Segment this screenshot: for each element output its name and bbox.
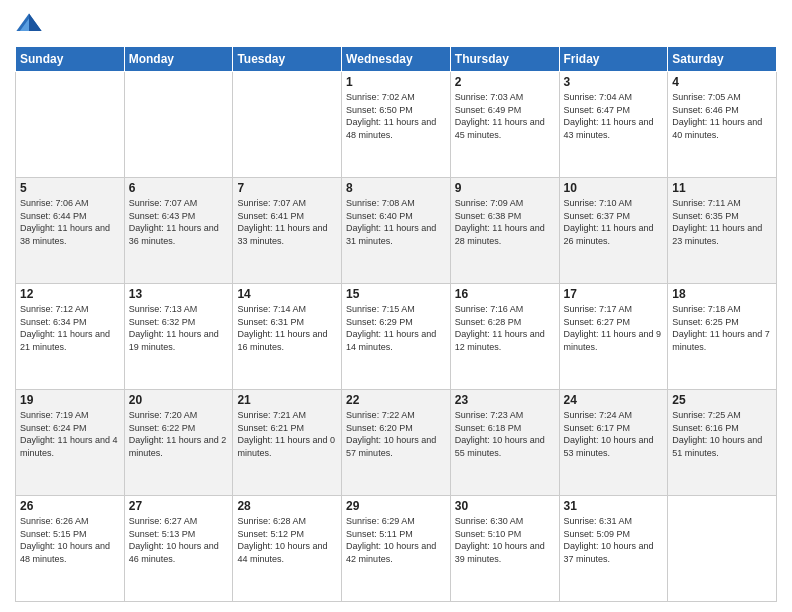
day-info: Sunrise: 6:31 AM Sunset: 5:09 PM Dayligh… — [564, 515, 664, 565]
day-number: 18 — [672, 287, 772, 301]
calendar-day-cell: 14Sunrise: 7:14 AM Sunset: 6:31 PM Dayli… — [233, 284, 342, 390]
day-number: 30 — [455, 499, 555, 513]
day-number: 23 — [455, 393, 555, 407]
day-info: Sunrise: 7:07 AM Sunset: 6:43 PM Dayligh… — [129, 197, 229, 247]
day-info: Sunrise: 7:09 AM Sunset: 6:38 PM Dayligh… — [455, 197, 555, 247]
day-number: 9 — [455, 181, 555, 195]
calendar-day-cell: 3Sunrise: 7:04 AM Sunset: 6:47 PM Daylig… — [559, 72, 668, 178]
day-info: Sunrise: 7:15 AM Sunset: 6:29 PM Dayligh… — [346, 303, 446, 353]
day-number: 31 — [564, 499, 664, 513]
day-info: Sunrise: 7:03 AM Sunset: 6:49 PM Dayligh… — [455, 91, 555, 141]
calendar-table: SundayMondayTuesdayWednesdayThursdayFrid… — [15, 46, 777, 602]
day-info: Sunrise: 7:18 AM Sunset: 6:25 PM Dayligh… — [672, 303, 772, 353]
day-number: 5 — [20, 181, 120, 195]
calendar-day-cell — [668, 496, 777, 602]
day-info: Sunrise: 7:22 AM Sunset: 6:20 PM Dayligh… — [346, 409, 446, 459]
day-number: 12 — [20, 287, 120, 301]
calendar-day-cell: 11Sunrise: 7:11 AM Sunset: 6:35 PM Dayli… — [668, 178, 777, 284]
day-info: Sunrise: 7:07 AM Sunset: 6:41 PM Dayligh… — [237, 197, 337, 247]
calendar-day-cell: 15Sunrise: 7:15 AM Sunset: 6:29 PM Dayli… — [342, 284, 451, 390]
calendar-week-row: 5Sunrise: 7:06 AM Sunset: 6:44 PM Daylig… — [16, 178, 777, 284]
day-info: Sunrise: 7:14 AM Sunset: 6:31 PM Dayligh… — [237, 303, 337, 353]
day-number: 8 — [346, 181, 446, 195]
day-number: 10 — [564, 181, 664, 195]
day-number: 17 — [564, 287, 664, 301]
logo-icon — [15, 10, 43, 38]
page: SundayMondayTuesdayWednesdayThursdayFrid… — [0, 0, 792, 612]
calendar-day-cell: 19Sunrise: 7:19 AM Sunset: 6:24 PM Dayli… — [16, 390, 125, 496]
calendar-week-row: 19Sunrise: 7:19 AM Sunset: 6:24 PM Dayli… — [16, 390, 777, 496]
day-number: 15 — [346, 287, 446, 301]
day-info: Sunrise: 7:19 AM Sunset: 6:24 PM Dayligh… — [20, 409, 120, 459]
day-info: Sunrise: 7:05 AM Sunset: 6:46 PM Dayligh… — [672, 91, 772, 141]
day-info: Sunrise: 7:08 AM Sunset: 6:40 PM Dayligh… — [346, 197, 446, 247]
day-info: Sunrise: 7:20 AM Sunset: 6:22 PM Dayligh… — [129, 409, 229, 459]
calendar-day-cell: 1Sunrise: 7:02 AM Sunset: 6:50 PM Daylig… — [342, 72, 451, 178]
calendar-day-cell: 12Sunrise: 7:12 AM Sunset: 6:34 PM Dayli… — [16, 284, 125, 390]
weekday-header: Tuesday — [233, 47, 342, 72]
day-number: 6 — [129, 181, 229, 195]
day-info: Sunrise: 7:21 AM Sunset: 6:21 PM Dayligh… — [237, 409, 337, 459]
calendar-day-cell: 6Sunrise: 7:07 AM Sunset: 6:43 PM Daylig… — [124, 178, 233, 284]
day-info: Sunrise: 7:24 AM Sunset: 6:17 PM Dayligh… — [564, 409, 664, 459]
day-number: 13 — [129, 287, 229, 301]
calendar-day-cell: 23Sunrise: 7:23 AM Sunset: 6:18 PM Dayli… — [450, 390, 559, 496]
calendar-day-cell: 13Sunrise: 7:13 AM Sunset: 6:32 PM Dayli… — [124, 284, 233, 390]
weekday-header: Wednesday — [342, 47, 451, 72]
day-info: Sunrise: 6:30 AM Sunset: 5:10 PM Dayligh… — [455, 515, 555, 565]
calendar-day-cell: 28Sunrise: 6:28 AM Sunset: 5:12 PM Dayli… — [233, 496, 342, 602]
day-number: 2 — [455, 75, 555, 89]
day-number: 28 — [237, 499, 337, 513]
header — [15, 10, 777, 38]
calendar-day-cell: 29Sunrise: 6:29 AM Sunset: 5:11 PM Dayli… — [342, 496, 451, 602]
day-number: 20 — [129, 393, 229, 407]
calendar-day-cell: 24Sunrise: 7:24 AM Sunset: 6:17 PM Dayli… — [559, 390, 668, 496]
day-info: Sunrise: 7:10 AM Sunset: 6:37 PM Dayligh… — [564, 197, 664, 247]
calendar-day-cell: 10Sunrise: 7:10 AM Sunset: 6:37 PM Dayli… — [559, 178, 668, 284]
calendar-day-cell: 5Sunrise: 7:06 AM Sunset: 6:44 PM Daylig… — [16, 178, 125, 284]
weekday-header: Sunday — [16, 47, 125, 72]
calendar-day-cell: 8Sunrise: 7:08 AM Sunset: 6:40 PM Daylig… — [342, 178, 451, 284]
weekday-header: Friday — [559, 47, 668, 72]
day-info: Sunrise: 6:26 AM Sunset: 5:15 PM Dayligh… — [20, 515, 120, 565]
day-number: 25 — [672, 393, 772, 407]
day-number: 7 — [237, 181, 337, 195]
svg-marker-2 — [29, 14, 42, 32]
day-info: Sunrise: 7:13 AM Sunset: 6:32 PM Dayligh… — [129, 303, 229, 353]
calendar-day-cell: 20Sunrise: 7:20 AM Sunset: 6:22 PM Dayli… — [124, 390, 233, 496]
day-number: 27 — [129, 499, 229, 513]
calendar-day-cell — [16, 72, 125, 178]
day-number: 22 — [346, 393, 446, 407]
day-number: 29 — [346, 499, 446, 513]
day-number: 11 — [672, 181, 772, 195]
calendar-day-cell: 25Sunrise: 7:25 AM Sunset: 6:16 PM Dayli… — [668, 390, 777, 496]
logo — [15, 10, 47, 38]
day-number: 1 — [346, 75, 446, 89]
calendar-day-cell: 7Sunrise: 7:07 AM Sunset: 6:41 PM Daylig… — [233, 178, 342, 284]
calendar-day-cell: 27Sunrise: 6:27 AM Sunset: 5:13 PM Dayli… — [124, 496, 233, 602]
day-info: Sunrise: 6:29 AM Sunset: 5:11 PM Dayligh… — [346, 515, 446, 565]
calendar-week-row: 26Sunrise: 6:26 AM Sunset: 5:15 PM Dayli… — [16, 496, 777, 602]
calendar-day-cell — [233, 72, 342, 178]
calendar-day-cell: 22Sunrise: 7:22 AM Sunset: 6:20 PM Dayli… — [342, 390, 451, 496]
day-info: Sunrise: 7:17 AM Sunset: 6:27 PM Dayligh… — [564, 303, 664, 353]
calendar-day-cell — [124, 72, 233, 178]
day-info: Sunrise: 7:06 AM Sunset: 6:44 PM Dayligh… — [20, 197, 120, 247]
day-info: Sunrise: 6:27 AM Sunset: 5:13 PM Dayligh… — [129, 515, 229, 565]
weekday-header: Saturday — [668, 47, 777, 72]
day-info: Sunrise: 7:02 AM Sunset: 6:50 PM Dayligh… — [346, 91, 446, 141]
day-number: 3 — [564, 75, 664, 89]
weekday-header: Monday — [124, 47, 233, 72]
day-number: 24 — [564, 393, 664, 407]
day-number: 21 — [237, 393, 337, 407]
day-number: 19 — [20, 393, 120, 407]
calendar-day-cell: 31Sunrise: 6:31 AM Sunset: 5:09 PM Dayli… — [559, 496, 668, 602]
calendar-day-cell: 17Sunrise: 7:17 AM Sunset: 6:27 PM Dayli… — [559, 284, 668, 390]
calendar-day-cell: 21Sunrise: 7:21 AM Sunset: 6:21 PM Dayli… — [233, 390, 342, 496]
day-number: 14 — [237, 287, 337, 301]
day-info: Sunrise: 7:23 AM Sunset: 6:18 PM Dayligh… — [455, 409, 555, 459]
calendar-week-row: 1Sunrise: 7:02 AM Sunset: 6:50 PM Daylig… — [16, 72, 777, 178]
calendar-week-row: 12Sunrise: 7:12 AM Sunset: 6:34 PM Dayli… — [16, 284, 777, 390]
calendar-day-cell: 4Sunrise: 7:05 AM Sunset: 6:46 PM Daylig… — [668, 72, 777, 178]
calendar-day-cell: 2Sunrise: 7:03 AM Sunset: 6:49 PM Daylig… — [450, 72, 559, 178]
